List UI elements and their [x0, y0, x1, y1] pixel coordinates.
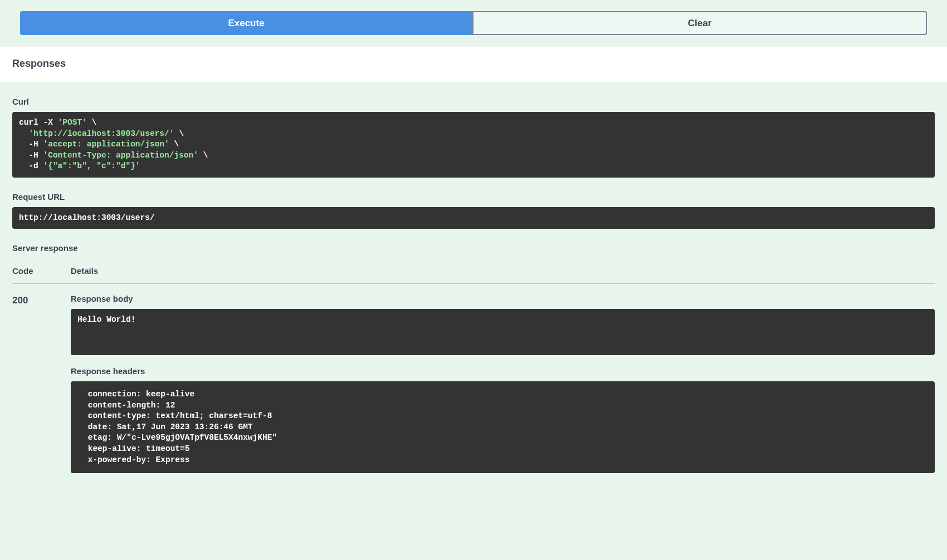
curl-header-ctype: 'Content-Type: application/json'	[43, 151, 198, 160]
curl-code-block[interactable]: curl -X 'POST' \ 'http://localhost:3003/…	[12, 112, 935, 178]
request-url-label: Request URL	[12, 192, 935, 202]
curl-line2-pre	[19, 129, 28, 138]
server-response-label: Server response	[12, 243, 935, 253]
responses-title-bar: Responses	[0, 46, 947, 82]
responses-heading: Responses	[12, 58, 947, 70]
clear-button[interactable]: Clear	[472, 11, 927, 35]
response-headers-label: Response headers	[71, 366, 935, 376]
response-body-block[interactable]: Hello World!	[71, 309, 935, 355]
curl-line5-pre: -d	[19, 161, 43, 170]
curl-line3-suf: \	[169, 140, 179, 149]
response-status-code: 200	[12, 294, 71, 473]
curl-header-accept: 'accept: application/json'	[43, 140, 169, 149]
responses-section: Curl curl -X 'POST' \ 'http://localhost:…	[0, 97, 947, 473]
response-table-header: Code Details	[12, 258, 935, 284]
curl-body: '{"a":"b", "c":"d"}'	[43, 161, 140, 170]
curl-line3-pre: -H	[19, 140, 43, 149]
curl-label: Curl	[12, 97, 935, 106]
curl-line1-pre: curl -X	[19, 118, 58, 127]
response-headers-block[interactable]: connection: keep-alive content-length: 1…	[71, 381, 935, 473]
curl-line4-suf: \	[198, 151, 208, 160]
response-details: Response body Hello World! Response head…	[71, 294, 935, 473]
curl-line4-pre: -H	[19, 151, 43, 160]
curl-line1-suf: \	[87, 118, 96, 127]
request-url-block[interactable]: http://localhost:3003/users/	[12, 207, 935, 229]
details-column-header: Details	[71, 266, 935, 276]
code-column-header: Code	[12, 266, 71, 276]
execute-button[interactable]: Execute	[20, 11, 472, 35]
curl-url: 'http://localhost:3003/users/'	[28, 129, 174, 138]
action-buttons-row: Execute Clear	[0, 0, 947, 46]
response-body-label: Response body	[71, 294, 935, 303]
curl-line2-suf: \	[174, 129, 183, 138]
response-row: 200 Response body Hello World! Response …	[12, 284, 935, 473]
curl-method: 'POST'	[58, 118, 87, 127]
